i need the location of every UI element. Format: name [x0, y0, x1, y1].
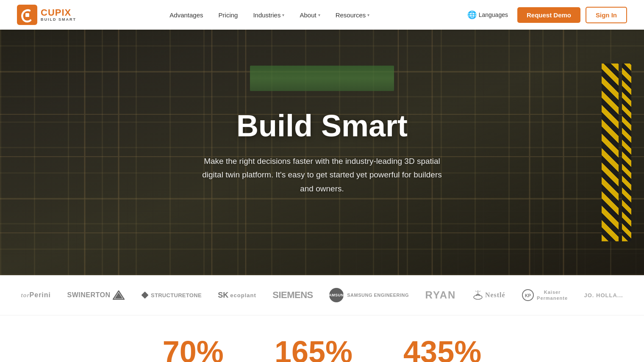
logo-tor-perini: torPerini	[21, 291, 51, 299]
chevron-down-icon: ▾	[282, 13, 284, 17]
logo-tagline: BUILD SMART	[41, 18, 76, 22]
chevron-down-icon: ▾	[318, 13, 320, 17]
stats-section: 70% 165% 435%	[0, 315, 644, 362]
svg-point-21	[478, 294, 480, 296]
hero-stripe-right2	[622, 64, 631, 241]
logo-nestle: Nestlé	[472, 290, 505, 301]
nav-actions: 🌐 Languages Request Demo Sign In	[463, 7, 627, 23]
hero-tarp	[250, 66, 394, 91]
logo-holland: JO. HOLLA...	[584, 292, 623, 298]
stat-1: 70%	[163, 337, 224, 362]
svg-text:KP: KP	[525, 293, 531, 298]
logo-text: CUPIX BUILD SMART	[41, 8, 76, 22]
stat-value-1: 70%	[163, 337, 224, 362]
logo-icon	[17, 5, 37, 25]
stat-value-2: 165%	[275, 337, 353, 362]
hero-stripe-right	[602, 64, 619, 241]
logo-brand: CUPIX	[41, 8, 76, 18]
logo-kaiser-permanente: KP KaiserPermanente	[522, 289, 568, 301]
structuretone-icon	[141, 291, 149, 299]
svg-line-23	[475, 291, 477, 292]
logo-siemens: SIEMENS	[272, 290, 313, 301]
nav-pricing[interactable]: Pricing	[213, 8, 244, 22]
svg-point-18	[474, 295, 482, 299]
svg-rect-17	[141, 292, 148, 299]
request-demo-button[interactable]: Request Demo	[517, 7, 580, 23]
logo-samsung: SAMSUNG SAMSUNG ENGINEERING	[329, 288, 409, 302]
hero-title: Build Smart	[199, 109, 445, 143]
swinerton-icon	[113, 290, 125, 300]
nav-resources[interactable]: Resources ▾	[330, 8, 376, 22]
nav-advantages[interactable]: Advantages	[164, 8, 209, 22]
logo-sk-ecoplant: SK ecoplant	[218, 291, 256, 300]
hero-content: Build Smart Make the right decisions fas…	[186, 109, 458, 196]
hero-section: Build Smart Make the right decisions fas…	[0, 30, 644, 275]
logos-strip: torPerini SWINERTON STRUCTURETONE SK eco…	[0, 275, 644, 315]
chevron-down-icon: ▾	[367, 13, 369, 17]
nav-industries[interactable]: Industries ▾	[247, 8, 290, 22]
logo-structuretone: STRUCTURETONE	[141, 291, 202, 299]
globe-icon: 🌐	[467, 10, 477, 19]
navbar: CUPIX BUILD SMART Advantages Pricing Ind…	[0, 0, 644, 30]
hero-subtitle: Make the right decisions faster with the…	[199, 155, 445, 196]
logo-swinerton: SWINERTON	[67, 290, 125, 300]
language-selector[interactable]: 🌐 Languages	[463, 8, 512, 22]
sign-in-button[interactable]: Sign In	[586, 7, 627, 23]
logo[interactable]: CUPIX BUILD SMART	[17, 5, 76, 25]
nestle-icon	[472, 290, 483, 301]
nav-links: Advantages Pricing Industries ▾ About ▾ …	[164, 8, 375, 22]
svg-line-24	[479, 291, 480, 292]
kaiser-icon: KP	[522, 289, 534, 301]
nav-about[interactable]: About ▾	[294, 8, 326, 22]
logo-ryan: RYAN	[425, 289, 456, 301]
svg-rect-1	[25, 13, 29, 17]
stat-value-3: 435%	[403, 337, 481, 362]
stat-3: 435%	[403, 337, 481, 362]
stat-2: 165%	[275, 337, 353, 362]
